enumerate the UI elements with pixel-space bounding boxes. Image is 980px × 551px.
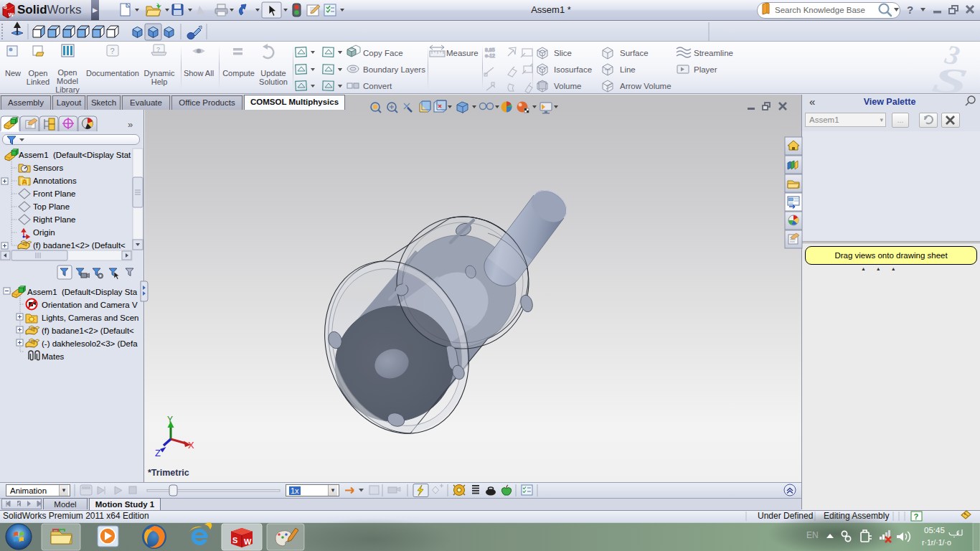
svg-text:S: S — [232, 536, 237, 545]
svg-text:Y: Y — [167, 415, 173, 425]
svg-text:e-12: e-12 — [485, 53, 495, 58]
svg-text:Z: Z — [155, 448, 161, 458]
svg-text:?: ? — [914, 512, 919, 521]
svg-text:?: ? — [156, 46, 160, 53]
svg-text:?: ? — [110, 47, 115, 55]
svg-text:?: ? — [907, 4, 913, 16]
svg-text:8.85: 8.85 — [485, 47, 495, 52]
svg-text:»: » — [128, 119, 133, 130]
svg-text:S: S — [4, 4, 8, 10]
svg-text:r·1r/·1/·o: r·1r/·1/·o — [922, 538, 951, 547]
svg-text:X: X — [188, 440, 194, 451]
svg-text:S: S — [929, 60, 971, 101]
svg-text:W: W — [9, 11, 14, 18]
svg-text:W: W — [244, 537, 252, 546]
